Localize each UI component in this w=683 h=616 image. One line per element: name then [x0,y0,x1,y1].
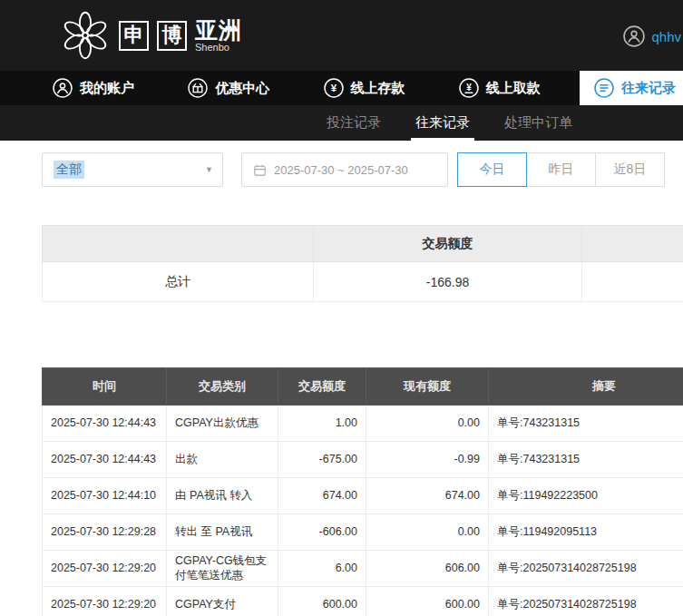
table-cell: 单号:743231315 [489,406,683,442]
sub-nav: 投注记录 往来记录 处理中订单 [0,105,683,141]
col-header-type: 交易类别 [167,368,278,406]
main-content: 全部 ▼ 2025-07-30 ~ 2025-07-30 今日 昨日 近8日 [0,141,683,616]
quick-range-buttons: 今日 昨日 近8日 [457,152,665,187]
tab-transaction-records[interactable]: 往来记录 [415,105,470,141]
table-row: 2025-07-30 12:29:20CGPAY-CG钱包支付笔笔送优惠6.00… [43,551,683,587]
nav-item-online-withdrawal[interactable]: ¥ 线上取款 [444,71,555,105]
username: qhhv [651,29,681,44]
col-header-amount: 交易额度 [278,368,366,406]
user-account[interactable]: qhhv [623,25,681,47]
type-select-value: 全部 [54,161,84,179]
svg-text:¥: ¥ [330,83,337,93]
table-row: 2025-07-30 12:44:43出款-675.00-0.99单号:7432… [43,442,683,478]
table-cell: 606.00 [366,551,489,587]
table-cell: 转出 至 PA视讯 [167,514,278,551]
nav-label: 往来记录 [621,80,676,97]
brand-seal-1: 申 [119,21,149,51]
yesterday-button[interactable]: 昨日 [526,152,596,187]
summary-total-row: 总计 -166.98 [43,262,683,302]
table-cell: 2025-07-30 12:29:28 [43,514,167,551]
table-cell: -606.00 [278,514,366,551]
tab-label: 处理中订单 [504,114,572,132]
table-cell: 600.00 [366,587,489,616]
brand-subtitle: Shenbo [195,43,242,54]
table-row: 2025-07-30 12:44:43CGPAY出款优惠1.000.00单号:7… [43,406,683,442]
filter-row: 全部 ▼ 2025-07-30 ~ 2025-07-30 今日 昨日 近8日 [42,152,683,187]
table-cell: 674.00 [366,478,489,514]
summary-empty-header [43,226,314,262]
table-cell: 单号:202507314028725198 [489,551,683,587]
summary-empty-cell [582,262,683,302]
table-cell: 单号:202507314028725198 [489,587,683,616]
col-header-summary: 摘要 [489,368,683,406]
nav-item-promotions[interactable]: 优惠中心 [173,71,284,105]
calendar-icon [253,163,267,177]
table-cell: 2025-07-30 12:44:43 [43,406,167,442]
deposit-coin-icon: ¥ [324,78,344,98]
page: 申 博 亚洲 Shenbo qhhv [0,0,683,616]
records-table-body: 2025-07-30 12:44:43CGPAY出款优惠1.000.00单号:7… [43,406,683,616]
date-range-input[interactable]: 2025-07-30 ~ 2025-07-30 [241,152,448,187]
brand-seal-2: 博 [157,21,187,51]
user-avatar-icon [623,25,645,47]
today-button[interactable]: 今日 [457,152,527,187]
summary-total-label: 总计 [43,262,314,302]
summary-table: 交易额度 总计 -166.98 [42,225,683,302]
date-range-value: 2025-07-30 ~ 2025-07-30 [274,163,408,177]
table-cell: 600.00 [278,587,366,616]
col-header-time: 时间 [43,368,167,406]
gift-icon [188,78,208,98]
top-header: 申 博 亚洲 Shenbo qhhv [0,0,683,71]
nav-label: 线上取款 [486,80,541,97]
nav-item-transaction-records[interactable]: 往来记录 [580,71,683,105]
records-table: 时间 交易类别 交易额度 现有额度 摘要 2025-07-30 12:44:43… [42,367,683,616]
summary-header-row: 交易额度 [43,226,683,262]
table-row: 2025-07-30 12:29:28转出 至 PA视讯-606.000.00单… [43,514,683,551]
table-cell: 单号:743231315 [489,442,683,478]
records-header-row: 时间 交易类别 交易额度 现有额度 摘要 [43,368,683,406]
table-cell: -675.00 [278,442,366,478]
table-cell: 2025-07-30 12:29:20 [43,587,167,616]
table-cell: -0.99 [366,442,489,478]
tab-label: 往来记录 [415,114,470,132]
type-select[interactable]: 全部 ▼ [42,152,223,187]
table-cell: 由 PA视讯 转入 [167,478,278,514]
table-cell: 0.00 [366,514,489,551]
col-header-balance: 现有额度 [366,368,489,406]
summary-total-value: -166.98 [314,262,582,302]
nav-item-my-account[interactable]: 我的账户 [38,71,149,105]
table-cell: CGPAY出款优惠 [167,406,278,442]
table-cell: 单号:119492223500 [489,478,683,514]
table-cell: 674.00 [278,478,366,514]
brand-region: 亚洲 [195,18,242,42]
user-icon [53,78,73,98]
nav-label: 线上存款 [351,80,405,97]
table-cell: 2025-07-30 12:29:20 [43,551,167,587]
tab-bet-records[interactable]: 投注记录 [327,105,381,141]
table-cell: 2025-07-30 12:44:43 [43,442,167,478]
brand[interactable]: 申 博 亚洲 Shenbo [60,10,242,61]
nav-label: 优惠中心 [215,80,269,97]
summary-empty-header [582,226,683,262]
last-8-days-button[interactable]: 近8日 [595,152,665,187]
table-cell: CGPAY-CG钱包支付笔笔送优惠 [167,551,278,587]
table-cell: 0.00 [366,406,489,442]
lotus-logo-icon [60,10,111,61]
table-cell: 1.00 [278,406,366,442]
table-cell: CGPAY支付 [167,587,278,616]
chevron-down-icon: ▼ [205,165,213,174]
table-cell: 6.00 [278,551,366,587]
summary-amount-header: 交易额度 [314,226,582,262]
table-cell: 2025-07-30 12:44:10 [43,478,167,514]
svg-text:¥: ¥ [466,83,472,93]
withdraw-coin-icon: ¥ [459,78,479,98]
tab-processing-orders[interactable]: 处理中订单 [504,105,572,141]
table-row: 2025-07-30 12:29:20CGPAY支付600.00600.00单号… [43,587,683,616]
nav-label: 我的账户 [80,80,134,97]
records-icon [594,78,614,98]
table-cell: 出款 [167,442,278,478]
table-row: 2025-07-30 12:44:10由 PA视讯 转入674.00674.00… [43,478,683,514]
table-cell: 单号:119492095113 [489,514,683,551]
tab-label: 投注记录 [327,114,381,132]
nav-item-online-deposit[interactable]: ¥ 线上存款 [309,71,420,105]
